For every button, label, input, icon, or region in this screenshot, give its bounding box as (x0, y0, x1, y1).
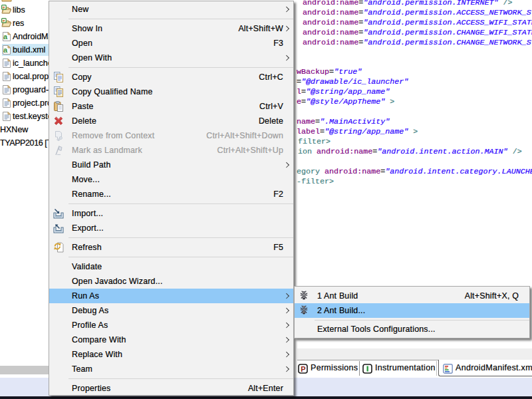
svg-text:a: a (3, 33, 8, 41)
svg-text:a: a (3, 46, 8, 54)
svg-text:P: P (301, 365, 305, 373)
